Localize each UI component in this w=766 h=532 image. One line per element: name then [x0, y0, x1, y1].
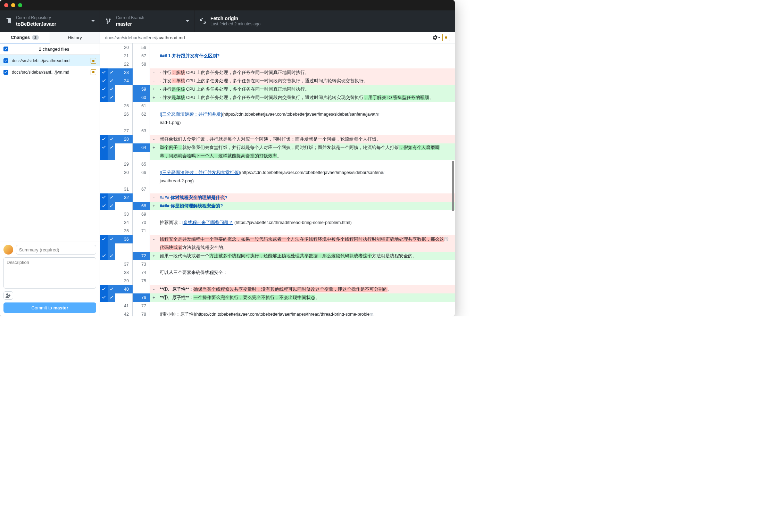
new-line-no: 57	[133, 52, 150, 60]
diff-line[interactable]: 唧，阿姨就会吆喝下一个人，这样就能提高食堂的打饭效率。	[100, 152, 455, 160]
old-line-no: 20	[115, 43, 133, 52]
old-line-no: 34	[115, 218, 133, 227]
diff-line[interactable]: 2056	[100, 43, 455, 52]
diff-line[interactable]: 4278![雷小帅：原子性](https://cdn.tobebetterjav…	[100, 310, 455, 316]
hunk-check[interactable]	[100, 135, 108, 143]
diff-line[interactable]: 代码块或者方法就是线程安全的。	[100, 243, 455, 252]
line-check[interactable]	[108, 85, 115, 93]
old-line-no	[115, 93, 133, 102]
line-check[interactable]	[108, 77, 115, 85]
old-line-no	[115, 152, 133, 160]
hunk-check[interactable]	[100, 152, 108, 160]
diff-line[interactable]: 64+举个例子，就好像我们去食堂打饭，并行就是每个人对应一个阿姨，同时打饭；而并…	[100, 143, 455, 152]
file-item[interactable]: docs/src/sideb.../javathread.md	[0, 55, 100, 66]
diff-line[interactable]: 59+- 并行是多核 CPU 上的多任务处理，多个任务在同一时间真正地同时执行。	[100, 85, 455, 93]
line-check[interactable]	[108, 243, 115, 252]
diff-line[interactable]: javathread-2.png)	[100, 177, 455, 185]
repo-selector[interactable]: Current Repository toBeBetterJavaer	[0, 10, 100, 32]
diff-marker: -	[150, 77, 158, 85]
old-line-no: 39	[115, 277, 133, 285]
diff-line[interactable]: 72+如果一段代码块或者一个方法被多个线程同时执行，还能够正确地处理共享数据，那…	[100, 252, 455, 260]
diff-view[interactable]: 20562157### 1.并行跟并发有什么区别?2258 23-- 并行：多核…	[100, 43, 455, 316]
minimize-window[interactable]	[11, 3, 15, 7]
line-check[interactable]	[108, 293, 115, 302]
diff-line[interactable]: 3470推荐阅读：[多线程带来了哪些问题？](https://javabette…	[100, 218, 455, 227]
diff-line[interactable]: ead-1.png)	[100, 118, 455, 127]
hunk-check[interactable]	[100, 252, 108, 260]
line-check[interactable]	[108, 285, 115, 293]
diff-line[interactable]: 24-- 并发：单核 CPU 上的多任务处理，多个任务在同一时间段内交替执行，通…	[100, 77, 455, 85]
diff-line[interactable]: 2561	[100, 102, 455, 110]
diff-line[interactable]: 60+- 并发是单核 CPU 上的多任务处理，多个任务在同一时间段内交替执行，通…	[100, 93, 455, 102]
line-check[interactable]	[108, 68, 115, 77]
new-line-no: 65	[133, 160, 150, 168]
diff-line[interactable]: 23-- 并行：多核 CPU 上的多任务处理，多个任务在同一时间真正地同时执行。	[100, 68, 455, 77]
diff-marker	[150, 160, 158, 168]
commit-summary-input[interactable]	[16, 245, 96, 255]
line-check[interactable]	[108, 235, 115, 243]
diff-line[interactable]: 3571	[100, 227, 455, 235]
file-checkbox[interactable]	[3, 58, 8, 63]
new-line-no: 56	[133, 43, 150, 52]
file-path: docs/src/sidebar/sanf.../jvm.md	[12, 70, 87, 75]
diff-line[interactable]: 2763	[100, 127, 455, 135]
diff-marker	[150, 102, 158, 110]
tab-changes[interactable]: Changes 2	[0, 32, 50, 43]
hunk-check[interactable]	[100, 143, 108, 152]
line-check[interactable]	[108, 93, 115, 102]
new-line-no	[133, 193, 150, 202]
diff-line[interactable]: 3773	[100, 260, 455, 268]
file-item[interactable]: docs/src/sidebar/sanf.../jvm.md	[0, 66, 100, 78]
hunk-check[interactable]	[100, 235, 108, 243]
diff-line[interactable]: 2662![三分恶面渣逆袭：并行和并发](https://cdn.tobebet…	[100, 110, 455, 118]
diff-line[interactable]: 3369	[100, 210, 455, 218]
hunk-check[interactable]	[100, 85, 108, 93]
expand-diff-button[interactable]	[442, 34, 450, 41]
code-content	[158, 277, 455, 285]
diff-line[interactable]: 4177	[100, 302, 455, 310]
diff-marker	[150, 218, 158, 227]
line-check[interactable]	[108, 152, 115, 160]
diff-line[interactable]: 3874可以从三个要素来确保线程安全：	[100, 268, 455, 277]
diff-line[interactable]: 68+#### 你是如何理解线程安全的?	[100, 202, 455, 210]
hunk-check[interactable]	[100, 93, 108, 102]
hunk-check[interactable]	[100, 193, 108, 202]
hunk-check[interactable]	[100, 77, 108, 85]
diff-line[interactable]: 32-#### 你对线程安全的理解是什么?	[100, 193, 455, 202]
diff-line[interactable]: 40-**①、原子性**：确保当某个线程修改共享变量时，没有其他线程可以同时修改…	[100, 285, 455, 293]
file-checkbox[interactable]	[3, 70, 8, 75]
hunk-check[interactable]	[100, 68, 108, 77]
line-check[interactable]	[108, 202, 115, 210]
diff-line[interactable]: 3167	[100, 185, 455, 193]
line-check[interactable]	[108, 193, 115, 202]
hunk-check[interactable]	[100, 202, 108, 210]
line-check[interactable]	[108, 143, 115, 152]
line-check[interactable]	[108, 252, 115, 260]
tab-history[interactable]: History	[50, 32, 100, 43]
diff-line[interactable]: 36-线程安全是并发编程中一个重要的概念，如果一段代码块或者一个方法在多线程环境…	[100, 235, 455, 243]
maximize-window[interactable]	[18, 3, 22, 7]
diff-line[interactable]: 76+**①、原子性**：一个操作要么完全执行，要么完全不执行，不会出现中间状态…	[100, 293, 455, 302]
fetch-button[interactable]: Fetch origin Last fetched 2 minutes ago	[194, 10, 455, 32]
diff-line[interactable]: 3066![三分恶面渣逆袭：并行并发和食堂打饭](https://cdn.tob…	[100, 168, 455, 177]
line-check[interactable]	[108, 135, 115, 143]
diff-line[interactable]: 2258	[100, 60, 455, 68]
diff-line[interactable]: 28-就好像我们去食堂打饭，并行就是每个人对应一个阿姨，同时打饭；而并发就是一个…	[100, 135, 455, 143]
select-all-checkbox[interactable]	[3, 47, 8, 51]
diff-line[interactable]: 2157### 1.并行跟并发有什么区别?	[100, 52, 455, 60]
commit-description-input[interactable]	[3, 257, 96, 289]
diff-line[interactable]: 3975	[100, 277, 455, 285]
commit-button[interactable]: Commit to master	[3, 302, 96, 313]
add-coauthor-button[interactable]	[3, 291, 13, 300]
branch-selector[interactable]: Current Branch master	[100, 10, 194, 32]
hunk-check[interactable]	[100, 285, 108, 293]
old-line-no: 33	[115, 210, 133, 218]
hunk-check[interactable]	[100, 293, 108, 302]
close-window[interactable]	[4, 3, 8, 7]
code-content: 线程安全是并发编程中一个重要的概念，如果一段代码块或者一个方法在多线程环境中被多…	[158, 235, 455, 243]
diff-settings-button[interactable]	[433, 34, 440, 41]
diff-line[interactable]: 2965	[100, 160, 455, 168]
branch-name: master	[116, 21, 144, 27]
hunk-check[interactable]	[100, 243, 108, 252]
scrollbar[interactable]	[452, 161, 454, 211]
